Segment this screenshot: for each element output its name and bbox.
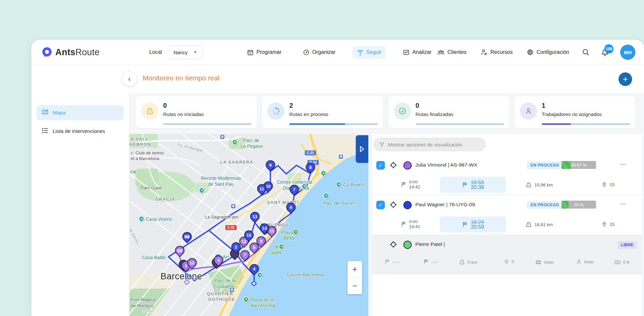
search-button[interactable] <box>582 48 590 56</box>
map-label: Pg. de Maragall <box>177 142 203 152</box>
add-button[interactable]: + <box>619 72 632 86</box>
route-checkbox[interactable]: ✓ <box>376 201 385 209</box>
nav-item-configuracion[interactable]: Configuración <box>525 47 571 58</box>
sidebar-item-lista[interactable]: Lista de intervenciones <box>37 124 124 139</box>
map-icon <box>41 108 49 117</box>
vehicle-marker[interactable] <box>180 230 194 243</box>
map-label: A VALL <box>131 137 149 141</box>
nav-item-label: Seguir <box>366 49 382 55</box>
checkered-flag-icon <box>423 259 429 265</box>
nav-item-label: Recursos <box>490 49 513 55</box>
map-pin-blue[interactable]: 9 <box>264 158 277 172</box>
poi-marker-icon <box>335 180 343 188</box>
notifications-button[interactable]: 168 <box>601 48 609 57</box>
row-menu-button[interactable]: ⋯ <box>620 200 627 208</box>
map-label: cia <box>130 169 136 174</box>
map-label: de Balmes <box>129 228 140 245</box>
logo-text: AntsRoute <box>55 47 100 58</box>
route-name: Julia Virmond | AS-987-WX <box>415 162 477 168</box>
back-button[interactable]: ‹ <box>122 72 137 86</box>
map-canvas[interactable]: A VALLHEBRONc: Club de tennisel a Barcel… <box>129 134 368 316</box>
map-overlay: A VALLHEBRONc: Club de tennisel a Barcel… <box>129 134 368 316</box>
stat-progress <box>289 123 378 125</box>
nav-item-label: Organizar <box>312 49 336 55</box>
map-label: La Pegaso <box>241 143 263 149</box>
road-icon <box>525 181 532 188</box>
map-pin-blue[interactable]: 7 <box>288 183 301 196</box>
route-details-pierre: --:-- --:-- 0 km 0 <box>372 254 642 274</box>
map-label: de Sant Pau <box>208 181 234 187</box>
service-time: 0min <box>576 259 594 265</box>
map-pin-blue[interactable]: 6 <box>284 201 298 214</box>
map-label: Casa Batlló <box>142 255 166 260</box>
locate-icon[interactable] <box>390 161 397 170</box>
filter-options-button[interactable]: Mostrar opciones de visualización <box>373 138 486 151</box>
nav-item-organizar[interactable]: Organizar <box>299 46 340 59</box>
route-end-marker <box>184 279 190 285</box>
route-row-pierre[interactable]: Pierre Patel | LIBRE <box>372 235 642 254</box>
road-icon <box>141 102 159 120</box>
locate-icon[interactable] <box>390 241 397 250</box>
route-row-julia[interactable]: ✓ Julia Virmond | AS-987-WX EN PROCESO 2… <box>372 156 642 175</box>
metro-icon <box>230 288 234 292</box>
poi-marker-icon <box>198 186 206 194</box>
avatar[interactable]: MH <box>620 45 635 60</box>
site-selector-value: Nancy <box>173 50 188 55</box>
person-icon <box>520 102 537 120</box>
park-marker-icon <box>292 228 299 236</box>
route-distance: 0 km <box>459 259 477 265</box>
nav-item-analizar[interactable]: Analizar <box>398 46 436 59</box>
nav-item-recursos[interactable]: Recursos <box>479 47 514 58</box>
nav-item-label: Analizar <box>412 49 432 55</box>
sidebar: Mapa Lista de intervenciones <box>31 65 129 316</box>
pin-icon <box>601 221 607 227</box>
sidebar-item-mapa[interactable]: Mapa <box>37 105 124 120</box>
title-row: ‹ Monitoreo en tiempo real + <box>129 65 644 93</box>
metro-icon <box>220 135 225 139</box>
nav-item-label: Clientes <box>447 49 467 55</box>
map-label: Parc de <box>243 138 259 143</box>
nav-item-clientes[interactable]: Clientes <box>436 47 468 58</box>
route-color-dot <box>403 241 412 249</box>
map-label: de Montjuïc <box>131 303 154 308</box>
site-selector[interactable]: Nancy ▼ <box>168 45 203 59</box>
flag-icon <box>400 221 407 227</box>
map-pin-purple[interactable]: 7 <box>238 248 252 261</box>
end-time-box: 16:5620:39 <box>440 177 506 193</box>
map-label: Playa de la <box>251 297 273 302</box>
map-label: QUARTIER <box>207 291 233 296</box>
row-menu-button[interactable]: ⋯ <box>620 160 627 168</box>
gear-icon <box>527 49 534 56</box>
logo[interactable]: AntsRoute <box>41 47 100 58</box>
pin-icon <box>504 259 509 264</box>
nav-item-programar[interactable]: Programar <box>243 46 286 59</box>
divider <box>372 274 642 274</box>
stat-card-in-progress: 2 Rutas en proceso <box>262 96 383 128</box>
map-label: GRÀCIA <box>155 197 175 202</box>
vehicle-marker[interactable] <box>173 244 186 257</box>
route-checkbox[interactable]: ✓ <box>376 161 385 170</box>
routes-panel: Mostrar opciones de visualización ✓ Juli… <box>372 134 642 316</box>
map-label: Barcelone <box>161 271 202 282</box>
divider <box>372 234 642 235</box>
check-circle-icon <box>394 102 411 120</box>
route-distance: 18,81 km <box>525 221 553 228</box>
metro-icon <box>231 204 236 209</box>
zoom-out-button[interactable]: − <box>347 278 362 295</box>
map-pin-blue[interactable]: 13 <box>248 210 261 223</box>
notification-badge: 168 <box>604 44 614 54</box>
map-label: Font Màgica <box>131 297 155 302</box>
route-color-dot <box>403 161 412 170</box>
poi-marker-icon <box>137 215 145 222</box>
route-stops: 15 <box>601 221 615 227</box>
nav-item-seguir[interactable]: Seguir <box>352 46 386 59</box>
locate-icon[interactable] <box>390 201 397 210</box>
route-row-paul[interactable]: ✓ Paul Wagner | 76-UYG-09 EN PROCESO 20 … <box>372 195 642 215</box>
map-label: HEBRON <box>129 142 151 147</box>
search-icon <box>582 48 590 56</box>
chevron-down-icon: ▼ <box>193 50 197 55</box>
route-progressbar: 26.67 % <box>562 161 596 169</box>
zoom-in-button[interactable]: + <box>347 261 362 278</box>
expand-panel-button[interactable] <box>356 135 368 163</box>
stat-value: 0 <box>416 102 453 109</box>
